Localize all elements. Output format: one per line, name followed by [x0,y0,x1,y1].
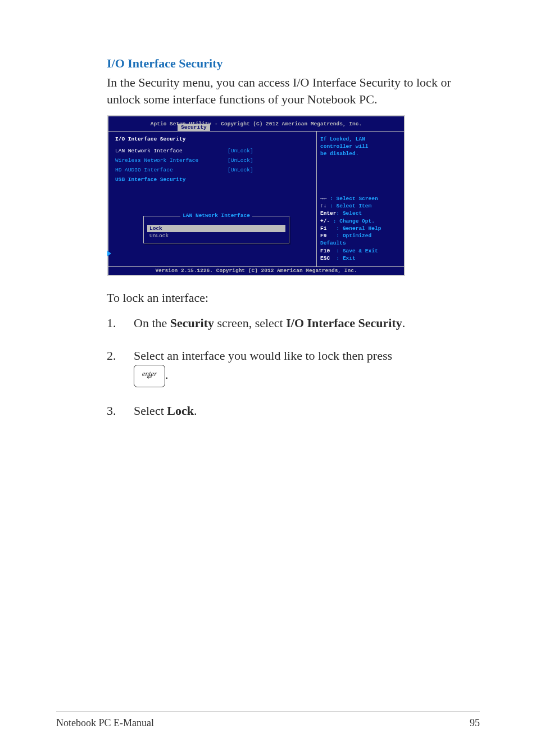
text: On the [134,316,170,330]
key-hint-desc: : Select [337,210,362,216]
bios-left-panel: I/O Interface Security LAN Network Inter… [108,132,317,266]
key-hint-desc: : Optimized [337,233,372,239]
step-2: 2. Select an interface you would like to… [107,347,480,387]
key-hint-key: F10 [320,248,330,254]
key-hint-key: F1 [320,225,326,232]
step-number: 2. [107,347,134,387]
text: . [402,316,406,330]
step-list: 1. On the Security screen, select I/O In… [107,314,480,420]
bios-popup-option-lock[interactable]: Lock [147,225,285,232]
key-hint-desc: : Exit [337,255,356,261]
help-line: controller will [320,143,401,151]
bios-help-text: If Locked, LAN controller will be disabl… [320,136,401,157]
bold-text: Lock [167,404,194,418]
text: screen, select [214,316,286,330]
bios-row-lan[interactable]: LAN Network Interface [UnLock] [115,148,313,154]
bios-submenu-usb[interactable]: USB Interface Security [115,176,313,183]
bios-row-label: LAN Network Interface [115,148,228,154]
bios-footer-text: Version 2.15.1226. Copyright (C) 2012 Am… [108,267,404,275]
bios-row-wireless[interactable]: Wireless Network Interface [UnLock] [115,157,313,164]
bios-row-value: [UnLock] [228,167,253,173]
footer-left: Notebook PC E-Manual [56,717,154,729]
bios-popup: LAN Network Interface Lock UnLock [143,216,289,243]
key-hint-key: F9 [320,233,326,239]
help-line: be disabled. [320,151,401,158]
key-hint-desc: : Select Item [330,203,371,209]
key-hint-key: Enter [320,210,337,216]
bios-panel-title: I/O Interface Security [115,136,313,142]
step-body: Select an interface you would like to lo… [134,347,480,387]
bios-row-hdaudio[interactable]: HD AUDIO Interface [UnLock] [115,167,313,173]
step-number: 3. [107,402,134,420]
bios-active-tab[interactable]: Security [178,124,210,131]
step-3: 3. Select Lock. [107,402,480,420]
text: . [165,368,169,382]
key-hint-desc: : Select Screen [330,196,378,202]
text: Select an interface you would like to lo… [134,348,392,363]
lead-line: To lock an interface: [107,289,480,306]
section-heading: I/O Interface Security [107,56,480,71]
text: . [194,404,197,418]
bios-row-value: [UnLock] [228,148,253,154]
bios-help-panel: If Locked, LAN controller will be disabl… [317,132,404,266]
step-1: 1. On the Security screen, select I/O In… [107,314,480,332]
key-hint-key: +/- [320,218,330,224]
key-hint-desc: : Change Opt. [333,218,375,224]
bios-row-label: Wireless Network Interface [115,157,228,164]
step-body: Select Lock. [134,402,480,420]
bold-text: Security [170,316,214,330]
bios-titlebar: Aptio Setup Utility - Copyright (C) 2012… [108,116,404,131]
text: Select [134,404,167,418]
key-hint-key: ↑↓ [320,203,326,209]
footer-rule [56,712,480,712]
bios-popup-title: LAN Network Interface [180,212,252,219]
page-footer: Notebook PC E-Manual 95 [56,717,480,729]
bios-key-hints: →← : Select Screen ↑↓ : Select Item Ente… [320,195,401,262]
bios-title-text: Aptio Setup Utility - Copyright (C) 2012… [111,121,402,127]
help-line: If Locked, LAN [320,136,401,143]
key-hint-key: →← [320,196,326,202]
step-body: On the Security screen, select I/O Inter… [134,314,480,332]
key-hint-desc: Defaults [320,240,346,246]
chevron-right-icon [107,251,111,256]
return-arrow-icon: ↵ [134,372,165,383]
page-number: 95 [470,717,480,729]
key-hint-key: ESC [320,255,330,261]
key-hint-desc: : Save & Exit [337,248,378,254]
bios-row-label: HD AUDIO Interface [115,167,228,173]
key-hint-desc: : General Help [337,225,381,232]
intro-text: In the Security menu, you can access I/O… [107,74,480,107]
bold-text: I/O Interface Security [286,316,402,330]
enter-key-icon: enter ↵ [134,365,165,387]
bios-popup-option-unlock[interactable]: UnLock [147,232,285,239]
step-number: 1. [107,314,134,332]
bios-row-value: [UnLock] [228,157,253,164]
bios-screenshot: Aptio Setup Utility - Copyright (C) 2012… [107,115,405,276]
